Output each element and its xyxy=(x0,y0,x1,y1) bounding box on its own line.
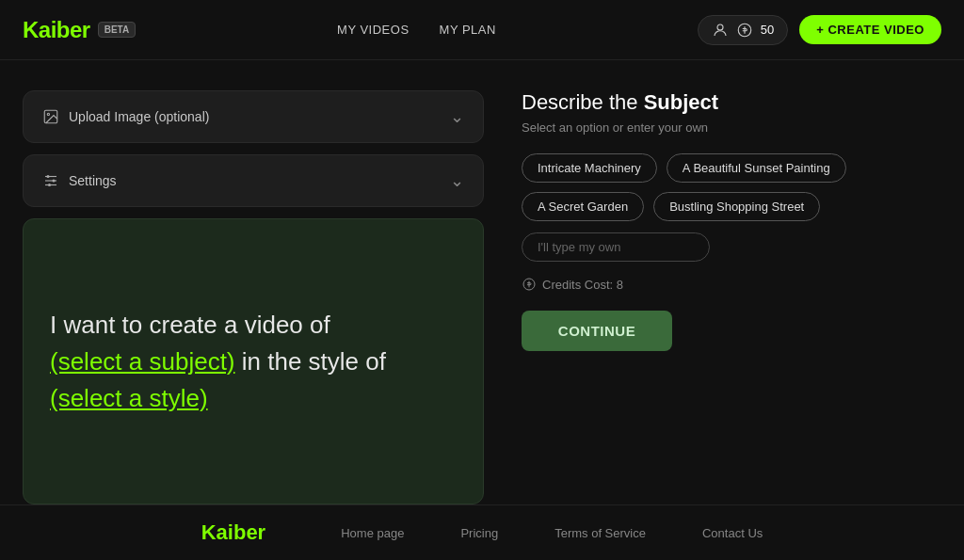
upload-section[interactable]: Upload Image (optional) ⌄ xyxy=(23,90,484,143)
subject-option-3[interactable]: Bustling Shopping Street xyxy=(653,192,820,221)
upload-section-left: Upload Image (optional) xyxy=(42,108,209,125)
nav-my-videos[interactable]: MY VIDEOS xyxy=(337,23,410,37)
logo-area: Kaiber BETA xyxy=(23,17,136,43)
describe-title: Describe the Subject xyxy=(522,90,941,115)
coin-icon xyxy=(736,22,753,39)
right-panel: Describe the Subject Select an option or… xyxy=(484,90,941,504)
footer-link-home[interactable]: Home page xyxy=(341,526,404,540)
credits-count: 50 xyxy=(761,23,774,37)
subject-option-0[interactable]: Intricate Machinery xyxy=(522,153,657,183)
create-video-button[interactable]: + CREATE VIDEO xyxy=(799,15,941,44)
settings-section-left: Settings xyxy=(42,172,117,189)
header-actions: 50 + CREATE VIDEO xyxy=(698,15,941,45)
svg-point-3 xyxy=(47,113,49,115)
image-icon xyxy=(42,108,59,125)
subject-option-1[interactable]: A Beautiful Sunset Painting xyxy=(667,153,846,183)
custom-subject-input[interactable] xyxy=(522,232,710,262)
subject-option-2[interactable]: A Secret Garden xyxy=(522,192,644,221)
upload-label: Upload Image (optional) xyxy=(69,109,209,124)
footer: Kaiber Home page Pricing Terms of Servic… xyxy=(0,504,964,560)
settings-section[interactable]: Settings ⌄ xyxy=(23,154,484,207)
svg-point-7 xyxy=(47,175,50,178)
left-panel: Upload Image (optional) ⌄ Settings ⌄ xyxy=(23,90,484,504)
svg-point-0 xyxy=(717,24,723,30)
creator-text: I want to create a video of (select a su… xyxy=(50,307,457,417)
custom-input-row xyxy=(522,232,941,262)
video-creator-box: I want to create a video of (select a su… xyxy=(23,218,484,504)
describe-title-prefix: Describe the xyxy=(522,90,644,114)
beta-badge: BETA xyxy=(98,22,136,38)
continue-button[interactable]: CONTINUE xyxy=(522,311,672,351)
main-nav: MY VIDEOS MY PLAN xyxy=(337,23,496,37)
settings-label: Settings xyxy=(69,173,117,188)
footer-link-pricing[interactable]: Pricing xyxy=(460,526,498,540)
credits-row: Credits Cost: 8 xyxy=(522,277,941,292)
svg-point-8 xyxy=(53,180,56,183)
credits-cost-icon xyxy=(522,277,537,292)
nav-my-plan[interactable]: MY PLAN xyxy=(440,23,496,37)
user-icon xyxy=(712,22,729,39)
creator-subject[interactable]: (select a subject) xyxy=(50,347,235,376)
footer-logo: Kaiber xyxy=(201,520,265,545)
upload-chevron-icon: ⌄ xyxy=(450,106,464,127)
svg-point-9 xyxy=(48,184,51,186)
footer-link-tos[interactable]: Terms of Service xyxy=(554,526,646,540)
creator-line2: in the style of xyxy=(242,347,386,376)
describe-title-bold: Subject xyxy=(644,90,718,114)
settings-chevron-icon: ⌄ xyxy=(450,170,464,191)
credits-cost-label: Credits Cost: 8 xyxy=(542,278,623,292)
subject-options: Intricate Machinery A Beautiful Sunset P… xyxy=(522,153,941,221)
footer-link-contact[interactable]: Contact Us xyxy=(702,526,763,540)
logo: Kaiber xyxy=(23,17,90,43)
creator-line1: I want to create a video of xyxy=(50,311,330,339)
user-credits-button[interactable]: 50 xyxy=(698,15,788,45)
describe-subtitle: Select an option or enter your own xyxy=(522,120,941,135)
creator-style[interactable]: (select a style) xyxy=(50,384,208,412)
footer-links: Home page Pricing Terms of Service Conta… xyxy=(341,526,763,540)
sliders-icon xyxy=(42,172,59,189)
